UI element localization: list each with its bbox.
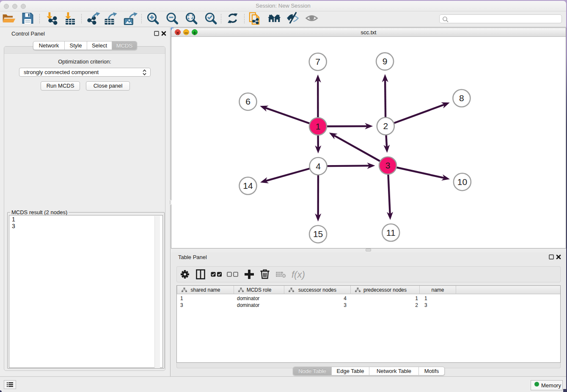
svg-text:14: 14 (243, 181, 253, 190)
svg-text:3: 3 (385, 160, 391, 170)
svg-text:1: 1 (316, 121, 321, 131)
svg-text:2: 2 (383, 121, 388, 131)
svg-text:6: 6 (245, 97, 250, 106)
svg-text:4: 4 (316, 161, 321, 171)
svg-text:10: 10 (457, 177, 467, 187)
svg-text:11: 11 (386, 228, 396, 237)
svg-text:f(x): f(x) (292, 269, 305, 280)
svg-text:8: 8 (459, 93, 464, 103)
svg-text:9: 9 (383, 56, 388, 66)
svg-text:7: 7 (315, 57, 320, 66)
svg-text:15: 15 (313, 229, 323, 239)
